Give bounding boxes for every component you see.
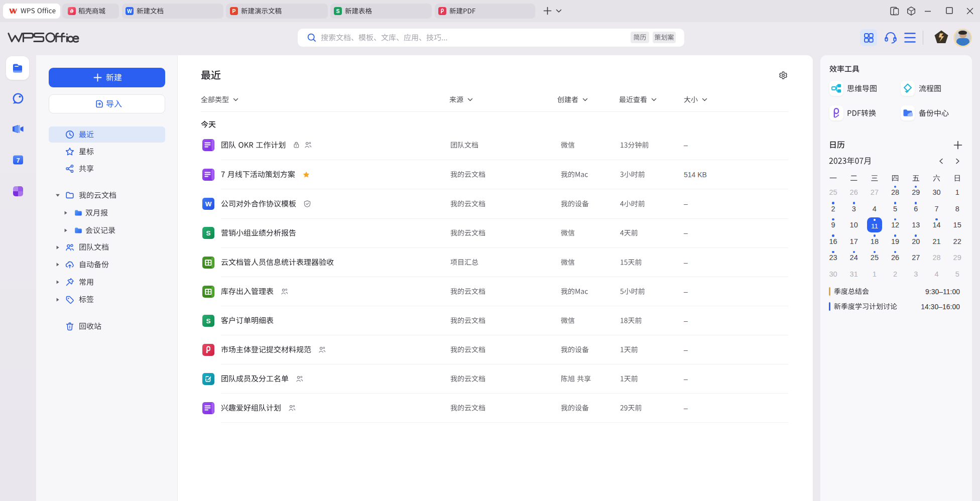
svg-text:S: S (206, 317, 210, 325)
svg-text:S: S (336, 8, 339, 14)
svg-text:S: S (206, 229, 210, 237)
svg-text:P: P (232, 8, 235, 14)
svg-text:W: W (127, 8, 132, 14)
svg-text:7: 7 (17, 157, 20, 164)
svg-text:W: W (205, 200, 212, 208)
